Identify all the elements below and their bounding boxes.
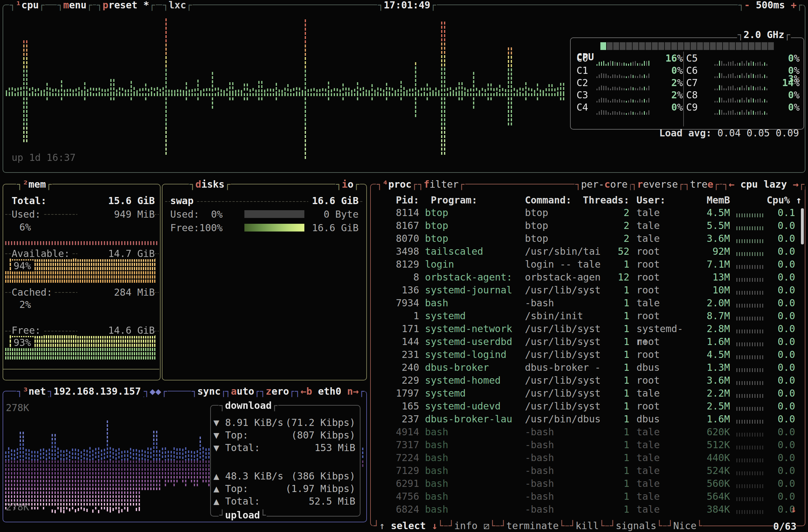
footer-option-0[interactable]: ┘↑ select ↓└: [373, 520, 444, 531]
proc-threads: 1: [602, 464, 629, 477]
col-header-command[interactable]: Command:: [525, 195, 572, 206]
col-header-memb[interactable]: MemB: [690, 195, 730, 206]
tab-proc[interactable]: ┐⁴proc┌: [376, 179, 418, 189]
tab-sync[interactable]: ┐sync┌: [191, 386, 227, 397]
proc-row-144[interactable]: 144systemd-userdbd/usr/lib/syst1root1.6M…: [377, 335, 795, 348]
down-arrow-icon: ▼: [214, 429, 219, 441]
proc-mem: 92M: [690, 245, 730, 258]
proc-command: btop: [525, 206, 602, 219]
proc-pid: 8167: [377, 219, 419, 232]
proc-row-7224[interactable]: 7224bash-bash1tale440K0.0: [377, 452, 795, 464]
col-header-threads[interactable]: Threads:: [568, 195, 629, 206]
download-top-row: ▼ Top:: [214, 430, 248, 441]
proc-threads: 1: [602, 348, 629, 361]
net-stats-panel: ▼ 8.91 KiB/s (71.2 Kibps) ▼ Top: (807 Ki…: [210, 405, 361, 516]
proc-program: dbus-broker: [419, 361, 525, 374]
tab-filter[interactable]: ┐filter┌: [417, 179, 465, 189]
proc-row-7129[interactable]: 7129bash-bash1tale524K0.0: [377, 464, 795, 477]
net-interface-switcher[interactable]: ┐←b eth0 n→┌: [294, 386, 365, 397]
proc-row-7934[interactable]: 7934bash-bash1tale2.0M0.0: [377, 297, 795, 310]
proc-command: /usr/lib/syst: [525, 284, 602, 297]
proc-cpu: 0.0: [766, 490, 795, 503]
tab-per-core[interactable]: ┐per-core┌: [574, 179, 634, 189]
proc-row-8167[interactable]: 8167btopbtop2tale5.5M0.0: [377, 219, 795, 232]
proc-row-237[interactable]: 237dbus-broker-lau/usr/bin/dbus1dbus1.6M…: [377, 413, 795, 426]
proc-row-8[interactable]: 8orbstack-agent:orbstack-agen12root13M0.…: [377, 271, 795, 284]
tab-reverse[interactable]: ┐reverse┌: [631, 179, 684, 189]
proc-pid: 3498: [377, 245, 419, 258]
footer-option-1[interactable]: ┘info ⧄└: [448, 520, 496, 531]
proc-cpu: 0.0: [766, 361, 795, 374]
tab-mem[interactable]: ┐²mem┌: [16, 179, 52, 189]
down-arrow-icon: ▼: [214, 417, 219, 428]
proc-user: root: [629, 258, 690, 271]
proc-mem: 8.7M: [690, 310, 730, 323]
tab-menu[interactable]: ┐menu┌: [57, 0, 93, 10]
proc-user: tale: [629, 297, 690, 310]
up-arrow-icon: ▲: [214, 483, 219, 494]
proc-user: tale: [629, 439, 690, 452]
proc-pid: 240: [377, 361, 419, 374]
proc-row-231[interactable]: 231systemd-logind/usr/lib/syst1root4.5M0…: [377, 348, 795, 361]
sort-column-selector[interactable]: ┐← cpu lazy →┌: [722, 179, 805, 189]
proc-selection-count: 0/63: [773, 521, 796, 532]
tab-zero[interactable]: ┐zero┌: [259, 386, 295, 397]
tab-lxc[interactable]: ┐lxc┌: [162, 0, 192, 10]
footer-option-5[interactable]: ┘Nice└: [667, 520, 703, 531]
col-header-user[interactable]: User:: [637, 195, 665, 206]
proc-row-3498[interactable]: 3498tailscaled/usr/sbin/tai52root92M0.0: [377, 245, 795, 258]
tab-auto[interactable]: ┐auto┌: [224, 386, 260, 397]
proc-cpu: 0.0: [766, 452, 795, 464]
proc-row-171[interactable]: 171systemd-network/usr/lib/syst1systemd-…: [377, 323, 795, 335]
proc-threads: 1: [602, 374, 629, 387]
mem-used-graph: [5, 241, 158, 245]
proc-cpu: 0.0: [766, 271, 795, 284]
proc-command: -bash: [525, 490, 602, 503]
proc-mem: 620K: [690, 426, 730, 439]
tab-tree[interactable]: ┐tree┌: [683, 179, 720, 189]
refresh-interval-control[interactable]: ┐- 500ms +┌: [738, 0, 803, 10]
footer-option-2[interactable]: ┘terminate└: [500, 520, 565, 531]
proc-row-229[interactable]: 229systemd-homed/usr/lib/syst1root3.6M0.…: [377, 374, 795, 387]
core-row-C4: C40%: [576, 102, 683, 114]
footer-option-4[interactable]: ┘signals└: [609, 520, 663, 531]
proc-row-8129[interactable]: 8129loginlogin -- tale1root7.1M0.0: [377, 258, 795, 271]
tab-cpu[interactable]: ┐¹cpu┌: [9, 0, 45, 10]
proc-row-8070[interactable]: 8070btopbtop2tale3.6M0.0: [377, 232, 795, 245]
proc-user: root: [629, 400, 690, 413]
net-graph-icons[interactable]: ┐◆◆┌: [143, 386, 168, 397]
proc-row-1797[interactable]: 1797systemd/usr/lib/syst1tale2.2M0.0: [377, 387, 795, 400]
proc-row-8114[interactable]: 8114btopbtop2tale4.5M0.1: [377, 206, 795, 219]
proc-command: /usr/lib/syst: [525, 348, 602, 361]
proc-row-6824[interactable]: 6824bash-bash1tale384K0.0: [377, 503, 795, 516]
col-header-cpu[interactable]: Cpu% ↑: [741, 195, 802, 206]
proc-mem: 4.5M: [690, 348, 730, 361]
col-header-program[interactable]: Program:: [431, 195, 478, 206]
proc-row-136[interactable]: 136systemd-journal/usr/lib/syst1root10M0…: [377, 284, 795, 297]
proc-program: bash: [419, 297, 525, 310]
col-header-pid[interactable]: Pid:: [377, 195, 419, 206]
proc-row-240[interactable]: 240dbus-brokerdbus-broker -1dbus1.3M0.0: [377, 361, 795, 374]
proc-user: root: [629, 374, 690, 387]
proc-command: /usr/sbin/tai: [525, 245, 602, 258]
proc-scrollbar-thumb[interactable]: [801, 208, 804, 244]
proc-threads: 1: [602, 503, 629, 516]
proc-mem: 10M: [690, 284, 730, 297]
core-row-C3: C32%: [576, 90, 683, 102]
proc-row-4914[interactable]: 4914bash-bash1tale620K0.0: [377, 426, 795, 439]
proc-row-7317[interactable]: 7317bash-bash1tale512K0.0: [377, 439, 795, 452]
proc-mem-graph: [736, 355, 765, 359]
proc-row-4756[interactable]: 4756bash-bash1tale564K0.0: [377, 490, 795, 503]
tab-disks[interactable]: ┐disks┌: [189, 179, 231, 189]
proc-row-165[interactable]: 165systemd-udevd/usr/lib/syst1root2.5M0.…: [377, 400, 795, 413]
scroll-down-icon[interactable]: ↓: [791, 503, 796, 515]
tab-preset[interactable]: ┐preset *┌: [96, 0, 156, 10]
proc-command: -bash: [525, 503, 602, 516]
tab-io[interactable]: ┐io┌: [335, 179, 360, 189]
proc-mem: 1.6M: [690, 413, 730, 426]
proc-row-6291[interactable]: 6291bash-bash1tale560K0.0: [377, 477, 795, 490]
footer-option-3[interactable]: ┘kill└: [569, 520, 605, 531]
proc-command: orbstack-agen: [525, 271, 602, 284]
proc-row-1[interactable]: 1systemd/sbin/init1root8.7M0.0: [377, 310, 795, 323]
mem-divider: [3, 369, 159, 369]
